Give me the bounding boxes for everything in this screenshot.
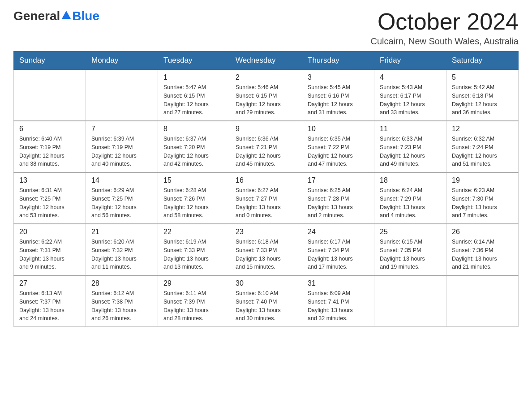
day-number: 13 — [19, 176, 80, 184]
logo-triangle-icon — [61, 10, 72, 21]
table-row: 22Sunrise: 6:19 AM Sunset: 7:33 PM Dayli… — [158, 224, 230, 275]
calendar-week-row: 20Sunrise: 6:22 AM Sunset: 7:31 PM Dayli… — [14, 224, 519, 275]
day-number: 23 — [236, 228, 296, 236]
table-row: 19Sunrise: 6:23 AM Sunset: 7:30 PM Dayli… — [446, 172, 519, 224]
calendar-table: Sunday Monday Tuesday Wednesday Thursday… — [13, 51, 519, 327]
day-detail: Sunrise: 6:33 AM Sunset: 7:23 PM Dayligh… — [380, 135, 441, 168]
day-detail: Sunrise: 6:31 AM Sunset: 7:25 PM Dayligh… — [19, 186, 80, 220]
day-number: 29 — [163, 279, 224, 287]
table-row: 6Sunrise: 6:40 AM Sunset: 7:19 PM Daylig… — [14, 121, 86, 172]
day-detail: Sunrise: 6:32 AM Sunset: 7:24 PM Dayligh… — [452, 135, 513, 168]
table-row: 7Sunrise: 6:39 AM Sunset: 7:19 PM Daylig… — [86, 121, 158, 172]
calendar-header-row: Sunday Monday Tuesday Wednesday Thursday… — [14, 51, 519, 70]
table-row — [446, 275, 519, 327]
table-row: 23Sunrise: 6:18 AM Sunset: 7:33 PM Dayli… — [230, 224, 302, 275]
month-title: October 2024 — [370, 9, 519, 34]
day-number: 5 — [452, 73, 513, 81]
col-wednesday: Wednesday — [230, 51, 302, 70]
table-row: 11Sunrise: 6:33 AM Sunset: 7:23 PM Dayli… — [374, 121, 446, 172]
day-detail: Sunrise: 6:22 AM Sunset: 7:31 PM Dayligh… — [19, 238, 80, 271]
day-number: 20 — [19, 228, 80, 236]
logo-blue-text: Blue — [72, 9, 99, 23]
day-number: 14 — [91, 176, 152, 184]
day-detail: Sunrise: 6:27 AM Sunset: 7:27 PM Dayligh… — [236, 186, 296, 220]
day-number: 3 — [308, 73, 369, 81]
day-detail: Sunrise: 6:36 AM Sunset: 7:21 PM Dayligh… — [236, 135, 296, 168]
logo-general-text: General — [13, 9, 60, 23]
table-row: 16Sunrise: 6:27 AM Sunset: 7:27 PM Dayli… — [230, 172, 302, 224]
table-row — [86, 70, 158, 121]
day-detail: Sunrise: 6:12 AM Sunset: 7:38 PM Dayligh… — [91, 289, 152, 323]
table-row: 30Sunrise: 6:10 AM Sunset: 7:40 PM Dayli… — [230, 275, 302, 327]
table-row: 15Sunrise: 6:28 AM Sunset: 7:26 PM Dayli… — [158, 172, 230, 224]
day-number: 15 — [163, 176, 224, 184]
table-row: 25Sunrise: 6:15 AM Sunset: 7:35 PM Dayli… — [374, 224, 446, 275]
day-detail: Sunrise: 6:35 AM Sunset: 7:22 PM Dayligh… — [308, 135, 369, 168]
calendar-week-row: 6Sunrise: 6:40 AM Sunset: 7:19 PM Daylig… — [14, 121, 519, 172]
table-row: 26Sunrise: 6:14 AM Sunset: 7:36 PM Dayli… — [446, 224, 519, 275]
svg-marker-0 — [62, 11, 71, 19]
col-sunday: Sunday — [14, 51, 86, 70]
day-number: 8 — [163, 125, 224, 133]
table-row: 4Sunrise: 5:43 AM Sunset: 6:17 PM Daylig… — [374, 70, 446, 121]
day-number: 17 — [308, 176, 369, 184]
day-detail: Sunrise: 5:47 AM Sunset: 6:15 PM Dayligh… — [163, 83, 224, 117]
table-row — [14, 70, 86, 121]
day-number: 7 — [91, 125, 152, 133]
col-monday: Monday — [86, 51, 158, 70]
day-number: 2 — [236, 73, 296, 81]
day-number: 18 — [380, 176, 441, 184]
day-detail: Sunrise: 5:42 AM Sunset: 6:18 PM Dayligh… — [452, 83, 513, 117]
day-number: 11 — [380, 125, 441, 133]
day-detail: Sunrise: 6:15 AM Sunset: 7:35 PM Dayligh… — [380, 238, 441, 271]
table-row: 13Sunrise: 6:31 AM Sunset: 7:25 PM Dayli… — [14, 172, 86, 224]
table-row: 17Sunrise: 6:25 AM Sunset: 7:28 PM Dayli… — [302, 172, 374, 224]
table-row: 3Sunrise: 5:45 AM Sunset: 6:16 PM Daylig… — [302, 70, 374, 121]
day-number: 26 — [452, 228, 513, 236]
day-detail: Sunrise: 6:20 AM Sunset: 7:32 PM Dayligh… — [91, 238, 152, 271]
day-detail: Sunrise: 6:23 AM Sunset: 7:30 PM Dayligh… — [452, 186, 513, 220]
day-detail: Sunrise: 6:37 AM Sunset: 7:20 PM Dayligh… — [163, 135, 224, 168]
table-row — [374, 275, 446, 327]
table-row: 18Sunrise: 6:24 AM Sunset: 7:29 PM Dayli… — [374, 172, 446, 224]
day-number: 19 — [452, 176, 513, 184]
day-detail: Sunrise: 6:11 AM Sunset: 7:39 PM Dayligh… — [163, 289, 224, 323]
table-row: 8Sunrise: 6:37 AM Sunset: 7:20 PM Daylig… — [158, 121, 230, 172]
day-number: 24 — [308, 228, 369, 236]
table-row: 24Sunrise: 6:17 AM Sunset: 7:34 PM Dayli… — [302, 224, 374, 275]
table-row: 1Sunrise: 5:47 AM Sunset: 6:15 PM Daylig… — [158, 70, 230, 121]
day-number: 31 — [308, 279, 369, 287]
day-detail: Sunrise: 6:25 AM Sunset: 7:28 PM Dayligh… — [308, 186, 369, 220]
calendar-week-row: 13Sunrise: 6:31 AM Sunset: 7:25 PM Dayli… — [14, 172, 519, 224]
title-area: October 2024 Culcairn, New South Wales, … — [370, 9, 519, 47]
day-detail: Sunrise: 6:10 AM Sunset: 7:40 PM Dayligh… — [236, 289, 296, 323]
day-detail: Sunrise: 6:39 AM Sunset: 7:19 PM Dayligh… — [91, 135, 152, 168]
table-row: 31Sunrise: 6:09 AM Sunset: 7:41 PM Dayli… — [302, 275, 374, 327]
day-detail: Sunrise: 6:18 AM Sunset: 7:33 PM Dayligh… — [236, 238, 296, 271]
table-row: 9Sunrise: 6:36 AM Sunset: 7:21 PM Daylig… — [230, 121, 302, 172]
day-detail: Sunrise: 5:46 AM Sunset: 6:15 PM Dayligh… — [236, 83, 296, 117]
page-header: General Blue October 2024 Culcairn, New … — [13, 9, 519, 47]
col-tuesday: Tuesday — [158, 51, 230, 70]
day-detail: Sunrise: 6:09 AM Sunset: 7:41 PM Dayligh… — [308, 289, 369, 323]
day-number: 25 — [380, 228, 441, 236]
day-detail: Sunrise: 5:43 AM Sunset: 6:17 PM Dayligh… — [380, 83, 441, 117]
table-row: 27Sunrise: 6:13 AM Sunset: 7:37 PM Dayli… — [14, 275, 86, 327]
day-detail: Sunrise: 6:19 AM Sunset: 7:33 PM Dayligh… — [163, 238, 224, 271]
logo-area: General Blue — [13, 9, 99, 23]
location-subtitle: Culcairn, New South Wales, Australia — [370, 36, 519, 47]
day-number: 22 — [163, 228, 224, 236]
day-number: 21 — [91, 228, 152, 236]
col-thursday: Thursday — [302, 51, 374, 70]
day-detail: Sunrise: 6:28 AM Sunset: 7:26 PM Dayligh… — [163, 186, 224, 220]
calendar-week-row: 27Sunrise: 6:13 AM Sunset: 7:37 PM Dayli… — [14, 275, 519, 327]
day-number: 6 — [19, 125, 80, 133]
day-number: 30 — [236, 279, 296, 287]
table-row: 28Sunrise: 6:12 AM Sunset: 7:38 PM Dayli… — [86, 275, 158, 327]
day-detail: Sunrise: 6:17 AM Sunset: 7:34 PM Dayligh… — [308, 238, 369, 271]
day-number: 1 — [163, 73, 224, 81]
table-row: 5Sunrise: 5:42 AM Sunset: 6:18 PM Daylig… — [446, 70, 519, 121]
table-row: 14Sunrise: 6:29 AM Sunset: 7:25 PM Dayli… — [86, 172, 158, 224]
day-number: 28 — [91, 279, 152, 287]
table-row: 10Sunrise: 6:35 AM Sunset: 7:22 PM Dayli… — [302, 121, 374, 172]
